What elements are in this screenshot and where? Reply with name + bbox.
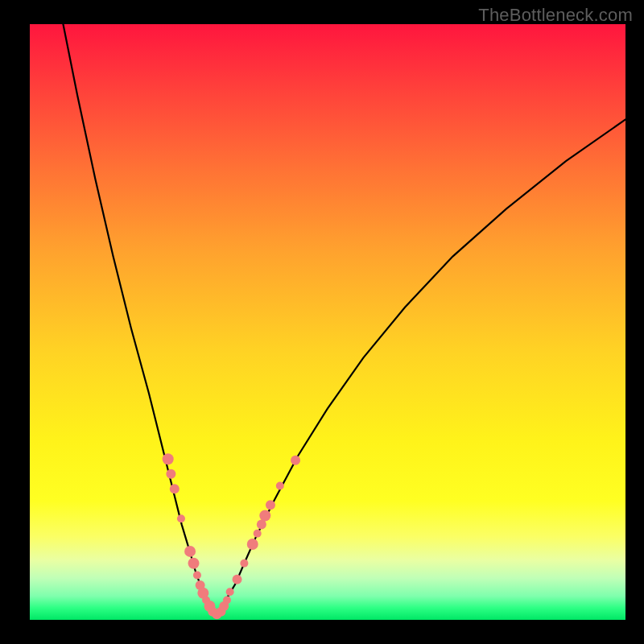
data-point: [259, 510, 270, 522]
data-point: [247, 539, 258, 550]
data-point: [226, 588, 234, 596]
data-point: [291, 456, 300, 465]
data-point: [170, 484, 180, 493]
curve-right-branch: [214, 119, 625, 617]
data-point: [188, 558, 200, 569]
data-point: [166, 469, 175, 479]
data-point: [233, 575, 242, 584]
data-point: [240, 559, 248, 568]
watermark-text: TheBottleneck.com: [478, 5, 633, 26]
marker-group: [163, 453, 300, 619]
data-point: [163, 453, 174, 464]
data-point: [184, 546, 196, 557]
data-point: [177, 514, 185, 522]
chart-frame: TheBottleneck.com: [0, 0, 644, 644]
curve-left-branch: [60, 6, 214, 617]
data-point: [276, 482, 284, 490]
data-point: [266, 500, 275, 510]
data-point: [193, 572, 201, 580]
plot-area: [30, 24, 625, 620]
curve-svg: [30, 24, 625, 620]
data-point: [223, 597, 231, 605]
data-point: [254, 530, 262, 538]
